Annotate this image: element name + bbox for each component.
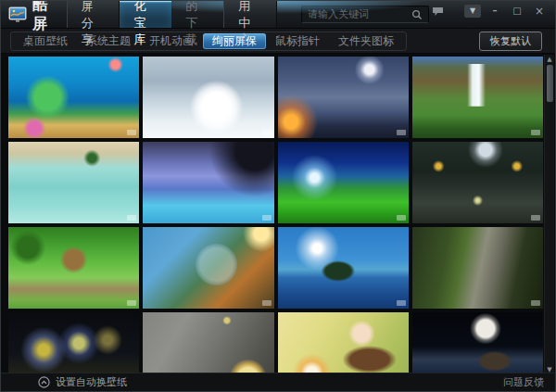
thumbnail-underwater-castle-aquarium[interactable] (8, 57, 139, 138)
app-window: 酷屏 酷屏分享 美化宝库 我的下载 应用中心 ▼ – (0, 0, 556, 392)
title-bar: 酷屏 酷屏分享 美化宝库 我的下载 应用中心 ▼ – (1, 1, 555, 29)
tab-kuping-share[interactable]: 酷屏分享 (67, 1, 120, 28)
app-logo-icon (8, 6, 27, 22)
subtab-desktop-wallpaper[interactable]: 桌面壁纸 (14, 33, 77, 49)
auto-wallpaper-label: 设置自动换壁纸 (56, 375, 127, 389)
thumbnail-moonlit-ship-night[interactable] (412, 312, 543, 374)
tab-my-downloads[interactable]: 我的下载 (171, 1, 223, 28)
subtab-mouse-cursor[interactable]: 鼠标指针 (266, 33, 329, 49)
scrollbar-thumb[interactable] (547, 65, 553, 102)
screensaver-gallery (1, 54, 555, 374)
tab-beautify-treasury[interactable]: 美化宝库 (120, 1, 171, 28)
thumbnail-grid (8, 57, 543, 374)
thumbnail-glowing-tree-meadow[interactable] (278, 142, 409, 223)
thumbnail-haunted-house-gates[interactable] (412, 142, 543, 223)
window-controls: ▼ – □ × (429, 1, 548, 18)
menu-dropdown-icon[interactable]: ▼ (464, 5, 481, 18)
tab-app-center[interactable]: 应用中心 (223, 1, 277, 28)
feedback-link[interactable]: 问题反馈 (503, 375, 544, 389)
subtab-folder-icon[interactable]: 文件夹图标 (329, 33, 403, 49)
thumbnail-island-blue-ocean[interactable] (278, 227, 409, 309)
maximize-button[interactable]: □ (509, 5, 525, 18)
app-title: 酷屏 (32, 0, 56, 34)
thumbnail-winter-clock-swan[interactable] (143, 57, 273, 138)
vertical-scrollbar[interactable]: ▲ ▼ (544, 55, 554, 374)
search-box[interactable] (301, 6, 429, 23)
search-input[interactable] (308, 8, 411, 20)
thumbnail-campfire-moonlit-lake[interactable] (278, 57, 409, 138)
thumbnail-gold-pocket-watch[interactable] (143, 312, 273, 374)
thumbnail-teal-lagoon-beach[interactable] (8, 142, 139, 223)
status-bar: 设置自动换壁纸 问题反馈 (1, 373, 555, 391)
scroll-up-icon[interactable]: ▲ (547, 55, 551, 64)
main-nav-tabs: 酷屏分享 美化宝库 我的下载 应用中心 (67, 1, 277, 28)
restore-default-button[interactable]: 恢复默认 (479, 32, 542, 51)
search-icon[interactable] (411, 9, 423, 20)
thumbnail-fractal-glow-flowers[interactable] (8, 312, 139, 374)
thumbnail-garden-trellis-path[interactable] (412, 227, 543, 309)
thumbnail-frozen-winter-night[interactable] (143, 142, 273, 223)
thumbnail-cartoon-jungle-cabin[interactable] (8, 227, 139, 309)
thumbnail-anime-girl-bouquet[interactable] (278, 312, 409, 374)
feedback-bubble-icon[interactable] (429, 5, 446, 18)
thumbnail-canyon-clock-sphere[interactable] (143, 227, 273, 309)
close-button[interactable]: × (531, 5, 548, 18)
minimize-button[interactable]: – (486, 5, 503, 18)
thumbnail-forest-waterfall[interactable] (412, 57, 543, 138)
auto-wallpaper-toggle[interactable]: 设置自动换壁纸 (38, 375, 127, 389)
chevron-up-circle-icon[interactable] (38, 376, 50, 388)
